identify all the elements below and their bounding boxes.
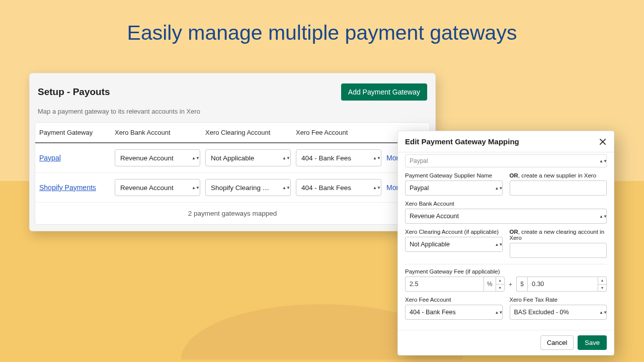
gateway-table: Payment Gateway Xero Bank Account Xero C… (35, 122, 430, 225)
step-up-icon[interactable]: ▲ (496, 277, 504, 285)
label-or-supplier: OR, create a new supplier in Xero (510, 172, 607, 178)
panel-subtitle: Map a payment gateway to its relevant ac… (30, 108, 435, 122)
clearing-select[interactable]: Not Applicable ▲▼ (205, 149, 291, 166)
new-supplier-input[interactable] (510, 180, 607, 196)
label-fee-tax: Xero Fee Tax Rate (510, 297, 607, 303)
panel-title: Setup - Payouts (38, 86, 110, 98)
fee-account-select[interactable]: 404 - Bank Fees ▲▼ (405, 305, 503, 320)
modal-title: Edit Payment Gateway Mapping (405, 137, 519, 146)
label-bank: Xero Bank Account (405, 201, 607, 207)
step-up-icon[interactable]: ▲ (598, 277, 606, 285)
select-value: Revenue Account (120, 154, 174, 162)
gateway-select[interactable]: Paypal ▲▼ (405, 154, 607, 167)
step-down-icon[interactable]: ▼ (496, 285, 504, 292)
save-button[interactable]: Save (578, 335, 607, 350)
chevron-updown-icon: ▲▼ (282, 157, 287, 159)
fee-select[interactable]: 404 - Bank Fees ▲▼ (296, 179, 381, 196)
label-fee-section: Payment Gateway Fee (if applicable) (405, 268, 607, 275)
label-or-clearing: OR, create a new clearing account in Xer… (510, 229, 607, 241)
select-value: Revenue Account (120, 184, 174, 192)
divider (405, 264, 607, 264)
payouts-panel: Setup - Payouts Add Payment Gateway Map … (29, 73, 436, 231)
select-value: Shopify Clearing … (211, 184, 269, 192)
hero-title: Easily manage multiple payment gateways (0, 0, 644, 45)
chevron-updown-icon: ▲▼ (282, 187, 287, 189)
select-value: Paypal (410, 185, 429, 192)
table-row: Shopify Payments Revenue Account ▲▼ Shop… (35, 173, 430, 203)
amount-stepper[interactable]: ▲ ▼ (598, 277, 607, 292)
table-footer: 2 payment gateways mapped (35, 203, 430, 224)
edit-gateway-modal: Edit Payment Gateway Mapping Paypal ▲▼ P… (397, 131, 614, 355)
col-gateway: Payment Gateway (39, 129, 115, 136)
col-clearing: Xero Clearing Account (205, 129, 296, 136)
bank-select-modal[interactable]: Revenue Account ▲▼ (405, 209, 607, 224)
percent-stepper[interactable]: ▲ ▼ (496, 277, 505, 292)
table-row: Paypal Revenue Account ▲▼ Not Applicable… (35, 143, 430, 173)
clearing-select-modal[interactable]: Not Applicable ▲▼ (405, 237, 503, 252)
fee-tax-select[interactable]: BAS Excluded - 0% ▲▼ (510, 305, 607, 320)
fee-percent-input[interactable]: 2.5 (405, 277, 484, 292)
close-icon[interactable] (599, 138, 607, 146)
gateway-link-shopify[interactable]: Shopify Payments (39, 184, 115, 192)
cancel-button[interactable]: Cancel (540, 335, 574, 350)
select-value: 404 - Bank Fees (410, 309, 456, 316)
label-fee-acct: Xero Fee Account (405, 297, 503, 303)
dollar-symbol: $ (516, 277, 527, 292)
percent-symbol: % (484, 277, 496, 292)
supplier-select[interactable]: Paypal ▲▼ (405, 180, 503, 196)
plus-symbol: + (508, 281, 514, 288)
chevron-updown-icon: ▲▼ (599, 160, 604, 162)
chevron-updown-icon: ▲▼ (373, 157, 378, 159)
add-payment-gateway-button[interactable]: Add Payment Gateway (341, 83, 427, 101)
col-bank: Xero Bank Account (115, 129, 205, 136)
chevron-updown-icon: ▲▼ (599, 215, 604, 218)
select-value: BAS Excluded - 0% (514, 309, 569, 316)
clearing-select[interactable]: Shopify Clearing … ▲▼ (205, 179, 291, 196)
col-fee: Xero Fee Account (296, 129, 386, 136)
bank-select[interactable]: Revenue Account ▲▼ (115, 179, 200, 196)
chevron-updown-icon: ▲▼ (192, 157, 197, 159)
new-clearing-input[interactable] (510, 243, 607, 258)
gateway-link-paypal[interactable]: Paypal (39, 154, 115, 162)
fee-select[interactable]: 404 - Bank Fees ▲▼ (296, 149, 381, 166)
label-clearing: Xero Clearing Account (if applicable) (405, 229, 503, 235)
select-value: Revenue Account (410, 213, 459, 220)
select-value: Not Applicable (211, 154, 254, 162)
table-header: Payment Gateway Xero Bank Account Xero C… (35, 123, 430, 143)
select-value: Not Applicable (410, 241, 450, 248)
select-value: Paypal (410, 157, 428, 164)
fee-amount-input[interactable]: 0.30 (527, 277, 598, 292)
chevron-updown-icon: ▲▼ (192, 187, 197, 189)
chevron-updown-icon: ▲▼ (495, 243, 500, 246)
chevron-updown-icon: ▲▼ (373, 187, 378, 189)
label-supplier: Payment Gateway Supplier Name (405, 172, 503, 178)
select-value: 404 - Bank Fees (301, 154, 351, 162)
chevron-updown-icon: ▲▼ (495, 187, 500, 190)
bank-select[interactable]: Revenue Account ▲▼ (115, 149, 200, 166)
chevron-updown-icon: ▲▼ (495, 311, 500, 314)
select-value: 404 - Bank Fees (301, 184, 351, 192)
step-down-icon[interactable]: ▼ (598, 285, 606, 292)
chevron-updown-icon: ▲▼ (599, 311, 604, 314)
